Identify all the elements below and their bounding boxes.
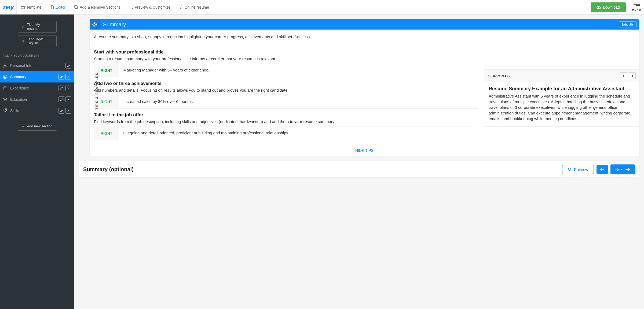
- main-content: TIPS & EXAMPLES Summary Edit title A res…: [74, 15, 644, 309]
- nav-editor[interactable]: Editor: [46, 0, 70, 14]
- example-title: Resume Summary Example for an Administra…: [489, 86, 635, 92]
- sidebar-item-label: Summary: [10, 75, 56, 79]
- menu-label: MENU: [632, 9, 642, 11]
- sidebar-item-summary[interactable]: Summary: [0, 71, 74, 82]
- hide-tips-button[interactable]: HIDE TIPS: [90, 145, 639, 156]
- delete-button[interactable]: [65, 74, 71, 80]
- sidebar-item-personal-info[interactable]: Personal Info: [0, 60, 74, 71]
- tip-heading: Start with your professional title: [94, 49, 478, 55]
- tip-example-box: RIGHT Increased sales by 36% over 6 mont…: [94, 95, 478, 109]
- tag-icon: [3, 108, 8, 113]
- search-icon: [129, 5, 133, 9]
- example-count: 5 EXAMPLES: [488, 74, 510, 78]
- plus-icon: [21, 125, 25, 128]
- title-button[interactable]: Title: My resume: [18, 21, 57, 33]
- tip-item: Start with your professional title Start…: [94, 49, 478, 77]
- globe-icon: [22, 39, 25, 43]
- form-title: Summary (optional): [83, 166, 562, 173]
- menu-button[interactable]: MENU: [632, 3, 642, 11]
- tip-heading: Add two or three achievements: [94, 81, 478, 86]
- right-text: Marketing Manager with 5+ years of exper…: [119, 64, 478, 77]
- nav-template[interactable]: Template: [16, 0, 46, 14]
- delete-button[interactable]: [65, 85, 71, 91]
- sidebar-header: FILL IN YOUR DOCUMENT: [0, 48, 74, 60]
- right-text: Outgoing and detail-oriented, proficient…: [119, 127, 478, 140]
- sidebar: Title: My resume Language: English FILL …: [0, 15, 74, 309]
- sidebar-item-label: Skills: [10, 109, 56, 113]
- logo: zety: [3, 4, 14, 11]
- edit-button[interactable]: [58, 85, 64, 91]
- example-header: 5 EXAMPLES: [484, 70, 639, 82]
- next-example-button[interactable]: [629, 72, 636, 79]
- sidebar-item-label: Personal Info: [10, 63, 63, 68]
- svg-point-33: [568, 168, 571, 170]
- vertical-label: TIPS & EXAMPLES: [95, 73, 99, 110]
- nav-online[interactable]: Online resume: [175, 0, 213, 14]
- top-nav: zety Template Editor Add & Remove Sectio…: [0, 0, 644, 15]
- back-button[interactable]: [597, 165, 608, 174]
- svg-rect-17: [3, 87, 7, 90]
- language-button[interactable]: Language: English: [18, 35, 57, 47]
- examples-column: 5 EXAMPLES Resume Summary Example for an…: [484, 43, 639, 145]
- example-card: 5 EXAMPLES Resume Summary Example for an…: [484, 69, 639, 127]
- pencil-icon: [22, 25, 25, 28]
- summary-form-card: Summary (optional) Preview Next: [79, 161, 639, 177]
- intro-body: A resume summary is a short, snappy intr…: [94, 34, 294, 39]
- edit-button[interactable]: [58, 74, 64, 80]
- nav-label: Editor: [56, 5, 66, 9]
- svg-point-9: [3, 75, 7, 79]
- tip-example-box: RIGHT Outgoing and detail-oriented, prof…: [94, 127, 478, 140]
- edit-button[interactable]: [58, 96, 64, 102]
- sidebar-item-experience[interactable]: Experience: [0, 82, 74, 94]
- svg-point-5: [130, 6, 132, 8]
- link-icon: [179, 5, 183, 9]
- tip-item: Tailor it to the job offer Find keywords…: [94, 112, 478, 140]
- delete-button[interactable]: [65, 96, 71, 102]
- svg-point-10: [4, 76, 6, 78]
- add-section-label: Add new section: [27, 124, 52, 128]
- section-title: Summary: [103, 21, 619, 28]
- preview-button[interactable]: Preview: [562, 165, 594, 174]
- see-less-link[interactable]: See less: [294, 34, 310, 39]
- tips-column: Start with your professional title Start…: [90, 43, 484, 145]
- example-body: Administrative Assistant with 5 years of…: [489, 93, 635, 121]
- intro-text: A resume summary is a short, snappy intr…: [90, 30, 639, 43]
- edit-button[interactable]: [65, 63, 71, 69]
- svg-point-28: [94, 24, 96, 26]
- nav-preview[interactable]: Preview & Customize: [125, 0, 175, 14]
- tips-card: TIPS & EXAMPLES Summary Edit title A res…: [90, 19, 639, 156]
- next-button[interactable]: Next: [610, 164, 635, 174]
- nav-label: Preview & Customize: [135, 5, 170, 9]
- person-icon: [3, 63, 8, 68]
- edit-button[interactable]: [58, 108, 64, 114]
- sections-icon: [74, 5, 78, 9]
- target-icon: [3, 74, 8, 79]
- nav-label: Online resume: [185, 5, 209, 9]
- graduation-icon: [3, 97, 8, 102]
- sidebar-item-skills[interactable]: Skills: [0, 105, 74, 116]
- preview-label: Preview: [574, 167, 588, 172]
- prev-example-button[interactable]: [620, 72, 627, 79]
- tip-item: Add two or three achievements Add number…: [94, 81, 478, 109]
- nav-sections[interactable]: Add & Remove Sections: [70, 0, 125, 14]
- sidebar-item-label: Education: [10, 97, 56, 102]
- section-header: Summary Edit title: [90, 19, 639, 30]
- sidebar-item-education[interactable]: Education: [0, 94, 74, 105]
- download-label: Download: [603, 5, 620, 9]
- svg-point-8: [4, 64, 6, 66]
- right-text: Increased sales by 36% over 6 months.: [119, 95, 478, 108]
- document-icon: [50, 5, 54, 9]
- add-section-button[interactable]: Add new section: [17, 122, 57, 131]
- delete-button[interactable]: [65, 108, 71, 114]
- download-button[interactable]: Download: [591, 2, 625, 12]
- edit-title-button[interactable]: Edit title: [619, 21, 636, 27]
- arrow-left-icon: [600, 168, 605, 171]
- svg-rect-0: [21, 6, 24, 9]
- nav-label: Add & Remove Sections: [80, 5, 120, 9]
- right-label: RIGHT: [94, 127, 119, 140]
- briefcase-icon: [3, 86, 8, 91]
- title-label: Title: My resume: [27, 23, 52, 31]
- hamburger-icon: [634, 3, 640, 8]
- language-label: Language: English: [27, 37, 52, 45]
- nav-label: Template: [26, 5, 42, 9]
